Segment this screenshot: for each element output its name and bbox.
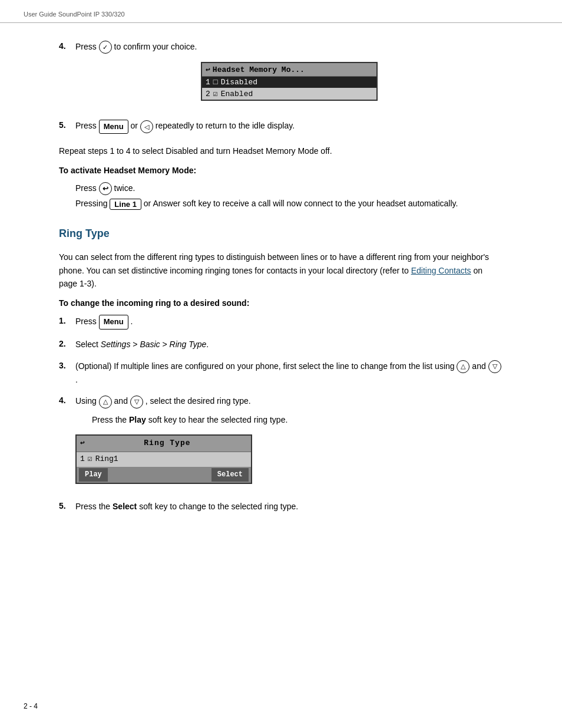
pressing-label: Pressing	[75, 199, 107, 208]
headset-activate-heading: To activate Headset Memory Mode:	[59, 166, 503, 175]
link-page: 1-3	[80, 279, 91, 288]
screen1-row1-icon: □	[213, 78, 218, 87]
menu-key-2: Menu	[99, 315, 128, 330]
ring-step1-num: 1.	[59, 316, 75, 325]
headset-twice-label: twice.	[114, 183, 135, 193]
pressing-post: or Answer soft key to receive a call wil…	[144, 199, 458, 208]
menu-key-1: Menu	[99, 120, 128, 134]
repeat-para: Repeat steps 1 to 4 to select Disabled a…	[59, 144, 503, 157]
ring-step3-body: (Optional) If multiple lines are configu…	[75, 360, 503, 387]
ring-step4-sub: Press the Play soft key to hear the sele…	[92, 413, 503, 426]
screen2-soft-keys: Play Select	[77, 467, 251, 483]
left-arrow-icon: ◁	[140, 120, 153, 133]
ring-type-section: Ring Type You can select from the differ…	[59, 228, 503, 513]
screen1-title-bar: ↩ Headset Memory Mo...	[202, 63, 376, 77]
headset-icon: ↩	[99, 182, 112, 195]
ring-step5-num: 5.	[59, 501, 75, 510]
ring-step-3: 3. (Optional) If multiple lines are conf…	[59, 360, 503, 387]
step-5-body: Press Menu or ◁ repeatedly to return to …	[75, 120, 503, 134]
step5-press-label: Press	[75, 121, 97, 131]
screen1-row2: 2 ☑ Enabled	[202, 88, 376, 100]
page-header: User Guide SoundPoint IP 330/320	[0, 0, 562, 23]
step4-press-label: Press	[75, 42, 97, 51]
screen2-row1: 1 ☑ Ring1	[77, 452, 251, 467]
ring-step2-body: Select Settings > Basic > Ring Type.	[75, 338, 503, 351]
step-5-top: 5. Press Menu or ◁ repeatedly to return …	[59, 120, 503, 134]
screen2-row1-num: 1	[80, 453, 85, 466]
headset-press-block: Press ↩ twice.	[75, 182, 503, 195]
ring-steps-list: 1. Press Menu . 2. Select Settings > Bas…	[59, 315, 503, 492]
ring-step-4: 4. Using △ and ▽ , select the desired ri…	[59, 394, 503, 492]
ring-step4-num: 4.	[59, 396, 75, 405]
screen1-row2-num: 2	[206, 90, 210, 98]
ring-step3-num: 3.	[59, 361, 75, 370]
step5-post: repeatedly to return to the idle display…	[156, 121, 295, 131]
up-arrow-icon-2: △	[99, 396, 112, 409]
checkmark-icon: ✓	[99, 41, 112, 54]
step5-or: or	[131, 121, 140, 131]
screen2-title-icon: ↩	[80, 437, 85, 450]
screen2-select-key[interactable]: Select	[211, 468, 249, 482]
headset-press-label: Press	[75, 183, 97, 193]
screen1-row1-num: 1	[206, 78, 210, 87]
ring-step2-num: 2.	[59, 339, 75, 348]
step-4-body: Press ✓ to confirm your choice. ↩ Headse…	[75, 41, 503, 109]
page-number: 2 - 4	[24, 702, 38, 710]
step-4-num: 4.	[59, 41, 75, 51]
screen2-row1-icon: ☑	[88, 453, 92, 466]
ring-step1-body: Press Menu .	[75, 315, 503, 330]
screen1-row2-label: Enabled	[221, 90, 253, 98]
screen2-play-key[interactable]: Play	[79, 468, 108, 482]
screen2-title-text: Ring Type	[87, 437, 247, 450]
screen2-title-bar: ↩ Ring Type	[77, 436, 251, 452]
editing-contacts-link[interactable]: Editing Contacts	[411, 266, 471, 275]
step-4-top: 4. Press ✓ to confirm your choice. ↩ Hea…	[59, 41, 503, 109]
ring-type-para: You can select from the different ring t…	[59, 251, 503, 290]
page-footer: 2 - 4	[24, 702, 38, 710]
line1-key: Line 1	[110, 199, 141, 210]
screen1-title-text: Headset Memory Mo...	[213, 65, 305, 74]
screen1-row1-label: Disabled	[221, 78, 257, 87]
step4-confirm-text: to confirm your choice.	[114, 42, 197, 51]
ring-change-heading: To change the incoming ring to a desired…	[59, 298, 503, 308]
screen1-row2-icon: ☑	[213, 89, 218, 98]
ring-step-5: 5. Press the Select soft key to change t…	[59, 500, 503, 513]
down-arrow-icon-1: ▽	[488, 360, 501, 373]
ring-type-title: Ring Type	[59, 228, 503, 240]
up-arrow-icon-1: △	[457, 360, 470, 373]
step-5-num: 5.	[59, 120, 75, 130]
ring-step4-body: Using △ and ▽ , select the desired ring …	[75, 394, 503, 492]
screen1-row1: 1 □ Disabled	[202, 77, 376, 88]
screen1-title-icon: ↩	[206, 65, 210, 74]
ring-step5-body: Press the Select soft key to change to t…	[75, 500, 503, 513]
ring-type-screen: ↩ Ring Type 1 ☑ Ring1 Play Select	[75, 434, 252, 484]
headset-pressing-block: Pressing Line 1 or Answer soft key to re…	[75, 199, 503, 210]
ring-step-2: 2. Select Settings > Basic > Ring Type.	[59, 338, 503, 351]
down-arrow-icon-2: ▽	[130, 396, 143, 409]
screen2-row1-label: Ring1	[95, 453, 118, 466]
ring-step-1: 1. Press Menu .	[59, 315, 503, 330]
headset-memory-screen: ↩ Headset Memory Mo... 1 □ Disabled 2 ☑ …	[201, 62, 378, 101]
